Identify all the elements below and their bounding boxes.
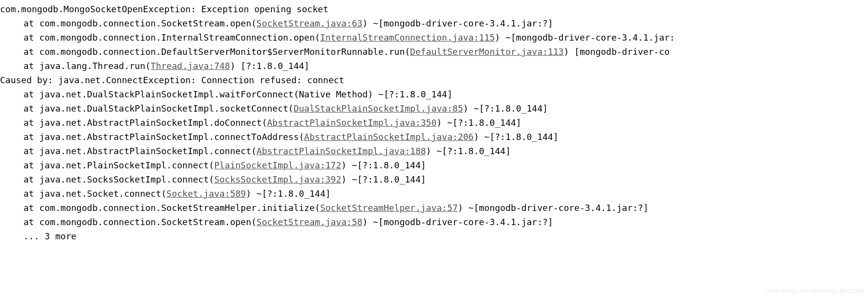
- frame-pre: at com.mongodb.connection.DefaultServerM…: [23, 46, 410, 57]
- stack-frame: at java.net.DualStackPlainSocketImpl.soc…: [0, 101, 868, 115]
- exception-text: com.mongodb.MongoSocketOpenException: Ex…: [0, 4, 328, 14]
- frame-post: ) ~[mongodb-driver-core-3.4.1.jar:?]: [363, 18, 553, 28]
- source-link[interactable]: AbstractPlainSocketImpl.java:350: [267, 117, 437, 128]
- frame-pre: at java.net.DualStackPlainSocketImpl.wai…: [23, 89, 453, 99]
- frame-post: ) ~[mongodb-driver-core-3.4.1.jar:?]: [458, 203, 649, 213]
- source-link[interactable]: AbstractPlainSocketImpl.java:206: [304, 132, 474, 142]
- frame-post: ) ~[?:1.8.0_144]: [426, 146, 511, 156]
- frame-pre: at java.lang.Thread.run(: [23, 61, 151, 71]
- frame-pre: at java.net.DualStackPlainSocketImpl.soc…: [23, 103, 294, 114]
- stack-frame: at java.net.AbstractPlainSocketImpl.doCo…: [0, 115, 868, 130]
- frame-post: ) ~[?:1.8.0_144]: [341, 160, 426, 170]
- caused-by-text: Caused by: java.net.ConnectException: Co…: [0, 75, 344, 85]
- source-link[interactable]: SocketStream.java:58: [257, 217, 363, 227]
- frame-post: ) ~[?:1.8.0_144]: [341, 174, 426, 185]
- frame-pre: at java.net.Socket.connect(: [23, 188, 167, 199]
- source-link[interactable]: AbstractPlainSocketImpl.java:188: [257, 146, 426, 156]
- stack-frame: at java.net.PlainSocketImpl.connect(Plai…: [0, 158, 868, 172]
- omitted-text: ... 3 more: [23, 231, 76, 241]
- source-link[interactable]: DefaultServerMonitor.java:113: [410, 46, 564, 57]
- source-link[interactable]: Thread.java:748: [151, 61, 230, 71]
- frame-pre: at java.net.SocksSocketImpl.connect(: [23, 174, 214, 185]
- stack-frame: at java.lang.Thread.run(Thread.java:748)…: [0, 59, 868, 73]
- frame-post: ) ~[mongodb-driver-core-3.4.1.jar:: [495, 32, 675, 43]
- source-link[interactable]: PlainSocketImpl.java:172: [214, 160, 341, 170]
- source-link[interactable]: InternalStreamConnection.java:115: [320, 32, 495, 43]
- exception-header: com.mongodb.MongoSocketOpenException: Ex…: [0, 2, 868, 16]
- frame-post: ) ~[?:1.8.0_144]: [246, 188, 330, 199]
- source-link[interactable]: DualStackPlainSocketImpl.java:85: [294, 103, 463, 114]
- stack-frame: at java.net.SocksSocketImpl.connect(Sock…: [0, 172, 868, 186]
- omitted-frames: ... 3 more: [0, 229, 868, 243]
- frame-post: ) ~[?:1.8.0_144]: [474, 132, 558, 142]
- caused-by-header: Caused by: java.net.ConnectException: Co…: [0, 73, 868, 87]
- frame-post: ) ~[mongodb-driver-core-3.4.1.jar:?]: [363, 217, 553, 227]
- stacktrace-block: com.mongodb.MongoSocketOpenException: Ex…: [0, 2, 868, 243]
- frame-pre: at java.net.AbstractPlainSocketImpl.doCo…: [23, 117, 267, 128]
- frame-post: ) [mongodb-driver-co: [564, 46, 670, 57]
- stack-frame: at com.mongodb.connection.SocketStreamHe…: [0, 201, 868, 215]
- stack-frame: at java.net.DualStackPlainSocketImpl.wai…: [0, 87, 868, 101]
- stack-frame: at com.mongodb.connection.DefaultServerM…: [0, 45, 868, 59]
- stack-frame: at java.net.AbstractPlainSocketImpl.conn…: [0, 130, 868, 144]
- frame-pre: at com.mongodb.connection.InternalStream…: [23, 32, 320, 43]
- frame-pre: at java.net.AbstractPlainSocketImpl.conn…: [23, 146, 257, 156]
- frame-pre: at java.net.AbstractPlainSocketImpl.conn…: [23, 132, 304, 142]
- stack-frame: at java.net.AbstractPlainSocketImpl.conn…: [0, 144, 868, 158]
- source-link[interactable]: SocketStreamHelper.java:57: [320, 203, 458, 213]
- frame-post: ) [?:1.8.0_144]: [230, 61, 310, 71]
- frame-pre: at com.mongodb.connection.SocketStream.o…: [23, 217, 257, 227]
- stack-frame: at java.net.Socket.connect(Socket.java:5…: [0, 186, 868, 201]
- source-link[interactable]: Socket.java:589: [167, 188, 246, 199]
- source-link[interactable]: SocketStream.java:63: [257, 18, 363, 28]
- frame-post: ) ~[?:1.8.0_144]: [463, 103, 547, 114]
- frame-pre: at com.mongodb.connection.SocketStreamHe…: [23, 203, 320, 213]
- stack-frame: at com.mongodb.connection.SocketStream.o…: [0, 16, 868, 30]
- stack-frame: at com.mongodb.connection.InternalStream…: [0, 30, 868, 45]
- frame-pre: at com.mongodb.connection.SocketStream.o…: [23, 18, 257, 28]
- stack-frame: at com.mongodb.connection.SocketStream.o…: [0, 215, 868, 229]
- frame-post: ) ~[?:1.8.0_144]: [436, 117, 521, 128]
- source-link[interactable]: SocksSocketImpl.java:392: [214, 174, 341, 185]
- frame-pre: at java.net.PlainSocketImpl.connect(: [23, 160, 214, 170]
